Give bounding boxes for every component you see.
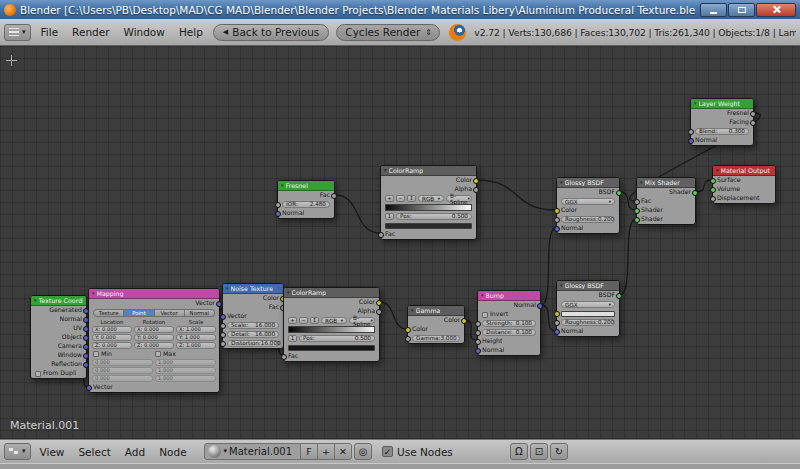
menu-node[interactable]: Node xyxy=(152,446,193,458)
node-header[interactable]: ▾Texture Coordinate xyxy=(31,296,86,306)
stop-color-swatch[interactable] xyxy=(385,223,472,229)
node-header[interactable]: ▾ColorRamp xyxy=(284,288,379,298)
slider-detail[interactable]: Detail:16.000 xyxy=(227,331,279,338)
collapse-icon[interactable]: ▾ xyxy=(481,293,484,298)
socket-shader-icon[interactable] xyxy=(616,293,622,299)
node-header[interactable]: ▾Layer Weight xyxy=(691,99,753,109)
socket-shader-icon[interactable] xyxy=(692,190,698,196)
dropdown-rgb[interactable]: RGB▾ xyxy=(418,195,444,202)
checkbox-invert[interactable] xyxy=(482,312,488,318)
slider-distance[interactable]: Distance:0.100 xyxy=(482,329,536,336)
minimize-button[interactable] xyxy=(700,3,727,17)
stop-index-field[interactable]: 1 xyxy=(288,335,297,342)
number-field[interactable]: Z: 1.000 xyxy=(176,342,216,349)
menu-file[interactable]: File xyxy=(34,26,66,38)
node-mix-shader[interactable]: ▾Mix ShaderShaderFacShaderShader xyxy=(636,177,696,225)
number-field[interactable]: X: 0.000 xyxy=(134,326,174,333)
socket-vector-icon[interactable] xyxy=(554,226,560,232)
new-material-button[interactable]: + xyxy=(317,444,334,459)
socket-vector-icon[interactable] xyxy=(275,211,281,217)
socket-shader-icon[interactable] xyxy=(634,217,640,223)
number-field[interactable]: 0.000 xyxy=(92,375,153,382)
slider-distortion[interactable]: Distortion:16.000 xyxy=(227,340,279,347)
socket-vector-icon[interactable] xyxy=(688,138,694,144)
socket-value-icon[interactable] xyxy=(376,309,382,315)
mode-button-normal[interactable]: Normal xyxy=(185,309,215,317)
number-field[interactable]: 1.000 xyxy=(155,375,216,382)
dropdown-ggx[interactable]: GGX▾ xyxy=(561,301,615,308)
socket-value-icon[interactable] xyxy=(331,193,337,199)
number-field[interactable]: 0.000 xyxy=(92,367,153,374)
delete-stop-button[interactable]: − xyxy=(396,195,405,202)
socket-value-icon[interactable] xyxy=(750,120,756,126)
number-field[interactable]: Z: 0.000 xyxy=(92,342,132,349)
node-header[interactable]: ▾Noise Texture xyxy=(223,284,283,294)
editor-type-selector-info[interactable]: ▾ xyxy=(4,24,31,41)
editor-type-selector-node[interactable]: ▾ xyxy=(4,443,31,460)
menu-add[interactable]: Add xyxy=(118,446,152,458)
node-header[interactable]: ▾Mix Shader xyxy=(637,178,695,188)
socket-value-icon[interactable] xyxy=(554,320,560,326)
number-field[interactable]: Y: 0.000 xyxy=(92,334,132,341)
render-engine-select[interactable]: Cycles Render ⇕ xyxy=(336,24,440,41)
socket-value-icon[interactable] xyxy=(554,217,560,223)
collapse-icon[interactable]: ▾ xyxy=(560,283,563,288)
socket-color-icon[interactable] xyxy=(376,300,382,306)
socket-value-icon[interactable] xyxy=(688,129,694,135)
dropdown-b-spline[interactable]: B-Spline▾ xyxy=(446,195,472,202)
socket-value-icon[interactable] xyxy=(475,321,481,327)
checkbox-min[interactable] xyxy=(93,351,99,357)
slider-roughness[interactable]: Roughness:0.200 xyxy=(561,216,615,223)
socket-vector-icon[interactable] xyxy=(554,329,560,335)
number-field[interactable]: 1.000 xyxy=(155,367,216,374)
node-gamma[interactable]: ▾GammaColorColorGamma:3.000 xyxy=(407,305,465,344)
socket-value-icon[interactable] xyxy=(281,354,287,360)
maximize-button[interactable] xyxy=(728,3,755,17)
node-colorramp-1[interactable]: ▾ColorRampColorAlpha+−↕RGB▾B-Spline▾1Pos… xyxy=(380,165,477,240)
use-nodes-checkbox[interactable]: ✓ xyxy=(382,446,393,457)
delete-stop-button[interactable]: − xyxy=(299,317,308,324)
node-header[interactable]: ▾Glossy BSDF xyxy=(557,178,619,188)
stop-position-slider[interactable]: Pos:0.500 xyxy=(299,335,375,342)
socket-color-icon[interactable] xyxy=(554,208,560,214)
node-colorramp-2[interactable]: ▾ColorRampColorAlpha+−↕RGB▾B-Spline▾1Pos… xyxy=(283,287,380,362)
node-bump[interactable]: ▾BumpNormalInvertStrength:0.100Distance:… xyxy=(477,290,541,356)
socket-vector-icon[interactable] xyxy=(86,385,92,391)
collapse-icon[interactable]: ▾ xyxy=(560,180,563,185)
titlebar[interactable]: Blender [C:\Users\PB\Desktop\MAD\CG MAD\… xyxy=(0,0,800,19)
collapse-icon[interactable]: ▾ xyxy=(34,298,37,303)
node-header[interactable]: ▾Mapping xyxy=(89,289,219,299)
socket-shader-icon[interactable] xyxy=(710,187,716,193)
mode-button-texture[interactable]: Texture xyxy=(93,309,124,317)
node-header[interactable]: ▾Fresnel xyxy=(278,181,334,191)
colorramp-gradient[interactable] xyxy=(288,326,375,333)
node-glossy-bsdf-2[interactable]: ▾Glossy BSDFBSDFGGX▾Roughness:0.200Norma… xyxy=(556,280,620,337)
node-header[interactable]: ▾Gamma xyxy=(408,306,464,316)
back-to-previous-button[interactable]: ◀ Back to Previous xyxy=(213,24,329,41)
socket-color-icon[interactable] xyxy=(473,178,479,184)
add-stop-button[interactable]: + xyxy=(385,195,394,202)
mode-button-vector[interactable]: Vector xyxy=(155,309,185,317)
node-header[interactable]: ▾ColorRamp xyxy=(381,166,476,176)
number-field[interactable]: X: 0.000 xyxy=(92,326,132,333)
checkbox-from-dupli[interactable] xyxy=(35,371,41,377)
socket-value-icon[interactable] xyxy=(275,202,281,208)
node-header[interactable]: ▾Material Output xyxy=(713,166,775,176)
socket-value-icon[interactable] xyxy=(750,111,756,117)
collapse-icon[interactable]: ▾ xyxy=(640,180,643,185)
collapse-icon[interactable]: ▾ xyxy=(226,286,229,291)
use-nodes-toggle[interactable]: ✓ Use Nodes xyxy=(382,446,453,458)
colorramp-gradient[interactable] xyxy=(385,204,472,211)
snap-mode-select[interactable]: ⊡ xyxy=(530,443,548,460)
socket-value-icon[interactable] xyxy=(473,187,479,193)
checkbox-max[interactable] xyxy=(155,351,161,357)
socket-vector-icon[interactable] xyxy=(220,314,226,320)
socket-color-icon[interactable] xyxy=(405,327,411,333)
pin-icon[interactable]: ◎ xyxy=(354,443,372,460)
socket-vector-icon[interactable] xyxy=(537,303,543,309)
node-fresnel[interactable]: ▾FresnelFacIOR:2.480Normal xyxy=(277,180,335,219)
dropdown-ggx[interactable]: GGX▾ xyxy=(561,198,615,205)
stop-position-slider[interactable]: Pos:0.500 xyxy=(396,213,472,220)
socket-value-icon[interactable] xyxy=(475,330,481,336)
node-noise-texture[interactable]: ▾Noise TextureColorFacVectorScale:16.000… xyxy=(222,283,284,349)
